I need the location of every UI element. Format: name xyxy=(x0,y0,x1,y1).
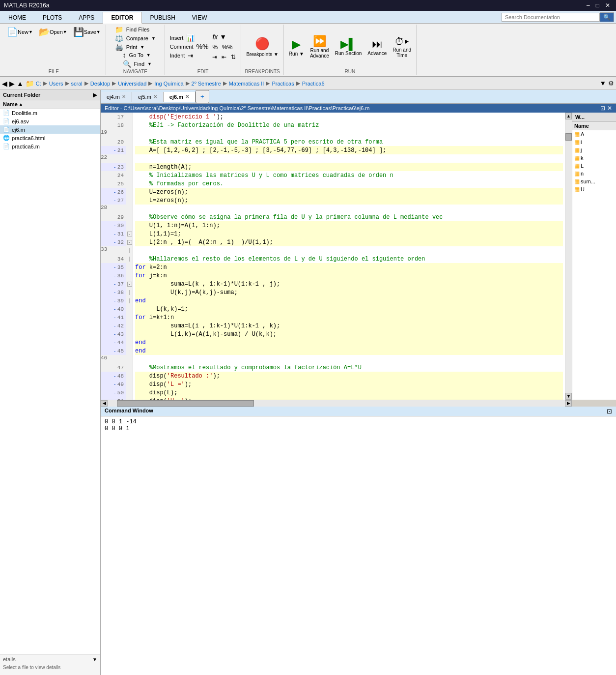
address-expand[interactable]: ▼ xyxy=(600,80,606,87)
line-48: -48 xyxy=(101,372,126,380)
address-matematicas[interactable]: Matematicas II xyxy=(229,81,264,87)
maximize-button[interactable]: □ xyxy=(594,2,601,9)
run-section-button[interactable]: ▶▌ Run Section xyxy=(333,37,364,57)
print-button[interactable]: Print xyxy=(124,43,140,51)
fx-button[interactable]: fx ▼ xyxy=(210,32,238,42)
tab-editor[interactable]: EDITOR xyxy=(103,12,141,24)
go-to-button[interactable]: Go To xyxy=(127,51,145,59)
find-files-button[interactable]: Find Files xyxy=(124,26,152,33)
address-practica6[interactable]: Practica6 xyxy=(302,81,325,87)
line-37: -37 xyxy=(101,280,126,288)
code-line-30: U(1, 1:n)=A(1, 1:n); xyxy=(135,221,563,230)
address-ing-quimica[interactable]: Ing Química xyxy=(154,81,183,87)
tab-close-ej5[interactable]: ✕ xyxy=(153,94,157,99)
comment-button[interactable]: Comment xyxy=(168,43,196,51)
comment-toggle[interactable]: % xyxy=(210,43,220,52)
workspace-item-j[interactable]: ▦ j xyxy=(572,146,616,154)
address-universidad[interactable]: Universidad xyxy=(118,81,146,87)
details-expand[interactable]: ▼ xyxy=(92,657,97,662)
address-desktop[interactable]: Desktop xyxy=(90,81,110,87)
breakpoints-button[interactable]: 🔴 Breakpoints ▼ xyxy=(244,36,280,58)
code-content[interactable]: disp('Ejercicio 1 '); %EJ1 -> Factorizac… xyxy=(133,113,565,400)
workspace-item-i[interactable]: ▦ i xyxy=(572,138,616,146)
fold-36[interactable]: - xyxy=(126,238,133,246)
tab-view[interactable]: VIEW xyxy=(184,12,216,23)
up-button[interactable]: ▲ xyxy=(17,80,24,88)
section-break[interactable]: %% xyxy=(220,43,234,52)
open-button[interactable]: 📂 Open ▼ xyxy=(37,26,69,38)
scroll-right[interactable]: ▶ xyxy=(565,400,572,407)
run-and-advance-button[interactable]: ⏩ Run andAdvance xyxy=(308,34,331,59)
workspace-item-suma[interactable]: ▦ sum... xyxy=(572,177,616,185)
command-window-expand[interactable]: ⊡ xyxy=(607,408,612,415)
editor-tab-ej4[interactable]: ej4.m ✕ xyxy=(101,92,132,102)
code-line-28 xyxy=(135,205,563,213)
scroll-down[interactable]: ▼ xyxy=(565,393,572,400)
editor-tab-ej5[interactable]: ej5.m ✕ xyxy=(132,92,164,102)
address-users[interactable]: Users xyxy=(49,81,63,87)
fold-41[interactable]: - xyxy=(126,280,133,288)
workspace-item-U[interactable]: ▦ U xyxy=(572,185,616,193)
code-line-32: L(2:n , 1)=( A(2:n , 1) )/U(1,1); xyxy=(135,238,563,246)
back-button[interactable]: ◀ xyxy=(2,80,7,88)
add-tab-button[interactable]: + xyxy=(196,90,209,103)
editor-close[interactable]: ✕ xyxy=(607,105,612,112)
new-button[interactable]: 📄 New ▼ xyxy=(5,26,35,38)
search-input[interactable] xyxy=(502,13,600,22)
smart-indent[interactable]: ⇅ xyxy=(229,53,238,61)
compare-button[interactable]: Compare xyxy=(124,34,150,42)
fold-35[interactable]: - xyxy=(126,230,133,238)
editor-tab-ej6[interactable]: ej6.m ✕ xyxy=(164,92,196,102)
code-line-35: for k=2:n xyxy=(135,263,563,271)
folder-item-practica6html[interactable]: 🌐 practica6.html xyxy=(0,134,100,142)
command-output-line-1: 0 0 1 -14 xyxy=(105,418,612,425)
folder-panel-expand[interactable]: ▶ xyxy=(93,91,97,98)
line-21: -21 xyxy=(101,146,126,154)
folder-item-ej6asv[interactable]: 📄 ej6.asv xyxy=(0,117,100,125)
code-line-18: %EJ1 -> Factorización de Doolittle de un… xyxy=(135,121,563,129)
scroll-up[interactable]: ▲ xyxy=(565,113,572,119)
folder-item-doolittle[interactable]: 📄 Doolittle.m xyxy=(0,109,100,117)
tab-label-ej5: ej5.m xyxy=(138,94,151,100)
advance-button[interactable]: ⏭ Advance xyxy=(365,37,389,57)
save-button[interactable]: 💾 Save ▼ xyxy=(71,26,103,38)
workspace-item-n[interactable]: ▦ n xyxy=(572,170,616,177)
editor-undock[interactable]: ⊡ xyxy=(600,105,605,112)
find-button[interactable]: Find xyxy=(132,60,146,68)
run-and-time-button[interactable]: ⏱▶ Run andTime xyxy=(391,35,413,59)
minimize-button[interactable]: – xyxy=(585,2,592,9)
workspace-item-k[interactable]: ▦ k xyxy=(572,154,616,162)
address-c[interactable]: C: xyxy=(36,81,41,87)
forward-button[interactable]: ▶ xyxy=(9,80,15,88)
address-settings[interactable]: ⚙ xyxy=(608,80,614,87)
address-semestre[interactable]: 2º Semestre xyxy=(192,81,221,87)
scroll-left[interactable]: ◀ xyxy=(101,400,108,407)
h-scroll-thumb[interactable] xyxy=(117,400,254,407)
indent-button[interactable]: Indent xyxy=(168,52,187,59)
folder-item-practica6m[interactable]: 📄 practica6.m xyxy=(0,142,100,150)
workspace-item-L[interactable]: ▦ L xyxy=(572,162,616,170)
insert-button[interactable]: Insert xyxy=(168,34,186,42)
line-46: 46 xyxy=(101,355,126,363)
horizontal-scrollbar: ◀ ▶ xyxy=(101,400,572,407)
search-button[interactable]: 🔍 xyxy=(600,12,614,22)
workspace-item-A[interactable]: ▦ A xyxy=(572,130,616,138)
tab-plots[interactable]: PLOTS xyxy=(34,12,70,23)
tab-apps[interactable]: APPS xyxy=(70,12,103,23)
run-button[interactable]: ▶ Run ▼ xyxy=(287,36,306,58)
tab-close-ej4[interactable]: ✕ xyxy=(122,94,126,99)
tab-close-ej6[interactable]: ✕ xyxy=(185,94,189,99)
line-19: 19 xyxy=(101,129,126,138)
indent-right[interactable]: ⇥ xyxy=(210,53,219,61)
close-button[interactable]: ✕ xyxy=(603,2,612,9)
ribbon-group-edit: Insert 📊 Comment %% Indent ⇥ fx ▼ % %% xyxy=(165,25,242,75)
tab-publish[interactable]: PUBLISH xyxy=(142,12,184,23)
tab-home[interactable]: HOME xyxy=(0,12,34,23)
address-scral[interactable]: scral xyxy=(71,81,83,87)
ws-icon-L: ▦ xyxy=(574,162,580,169)
address-practicas[interactable]: Practicas xyxy=(272,81,294,87)
scroll-thumb[interactable] xyxy=(565,133,572,141)
folder-item-ej6m[interactable]: 📄 ej6.m xyxy=(0,125,100,134)
folder-icon: 📁 xyxy=(26,80,34,88)
indent-left[interactable]: ⇤ xyxy=(220,53,228,61)
